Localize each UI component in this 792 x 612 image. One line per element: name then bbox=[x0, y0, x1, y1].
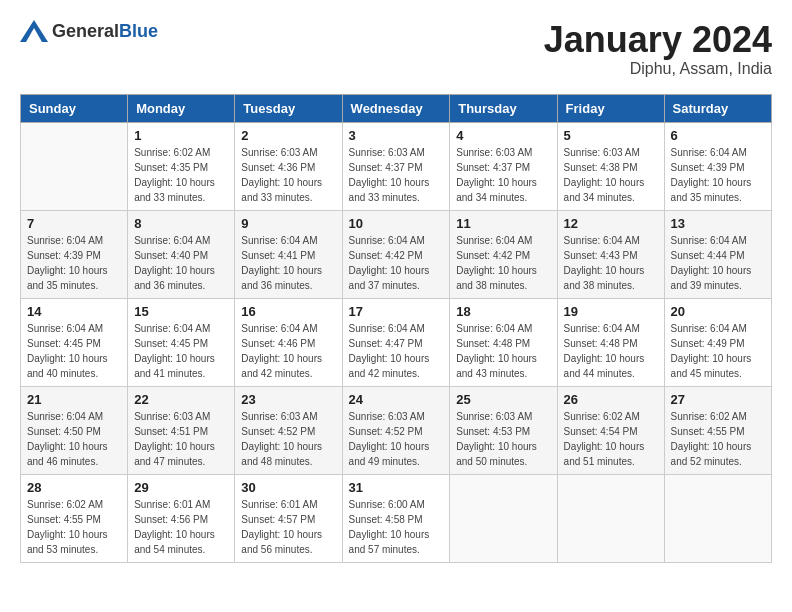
day-details: Sunrise: 6:04 AMSunset: 4:48 PMDaylight:… bbox=[564, 321, 658, 381]
day-number: 10 bbox=[349, 216, 444, 231]
day-number: 20 bbox=[671, 304, 765, 319]
day-details: Sunrise: 6:04 AMSunset: 4:49 PMDaylight:… bbox=[671, 321, 765, 381]
day-number: 12 bbox=[564, 216, 658, 231]
day-details: Sunrise: 6:04 AMSunset: 4:42 PMDaylight:… bbox=[456, 233, 550, 293]
calendar-cell: 16Sunrise: 6:04 AMSunset: 4:46 PMDayligh… bbox=[235, 298, 342, 386]
day-number: 13 bbox=[671, 216, 765, 231]
calendar-week-row: 7Sunrise: 6:04 AMSunset: 4:39 PMDaylight… bbox=[21, 210, 772, 298]
day-number: 24 bbox=[349, 392, 444, 407]
day-details: Sunrise: 6:01 AMSunset: 4:57 PMDaylight:… bbox=[241, 497, 335, 557]
day-number: 18 bbox=[456, 304, 550, 319]
calendar-cell: 1Sunrise: 6:02 AMSunset: 4:35 PMDaylight… bbox=[128, 122, 235, 210]
calendar-cell: 21Sunrise: 6:04 AMSunset: 4:50 PMDayligh… bbox=[21, 386, 128, 474]
weekday-header-wednesday: Wednesday bbox=[342, 94, 450, 122]
calendar-cell: 13Sunrise: 6:04 AMSunset: 4:44 PMDayligh… bbox=[664, 210, 771, 298]
calendar-cell: 26Sunrise: 6:02 AMSunset: 4:54 PMDayligh… bbox=[557, 386, 664, 474]
day-number: 1 bbox=[134, 128, 228, 143]
calendar-cell: 23Sunrise: 6:03 AMSunset: 4:52 PMDayligh… bbox=[235, 386, 342, 474]
day-details: Sunrise: 6:04 AMSunset: 4:41 PMDaylight:… bbox=[241, 233, 335, 293]
logo: GeneralBlue bbox=[20, 20, 158, 42]
day-details: Sunrise: 6:01 AMSunset: 4:56 PMDaylight:… bbox=[134, 497, 228, 557]
day-number: 4 bbox=[456, 128, 550, 143]
day-details: Sunrise: 6:03 AMSunset: 4:52 PMDaylight:… bbox=[241, 409, 335, 469]
day-number: 27 bbox=[671, 392, 765, 407]
day-details: Sunrise: 6:04 AMSunset: 4:40 PMDaylight:… bbox=[134, 233, 228, 293]
day-number: 30 bbox=[241, 480, 335, 495]
day-number: 23 bbox=[241, 392, 335, 407]
day-number: 22 bbox=[134, 392, 228, 407]
day-details: Sunrise: 6:03 AMSunset: 4:37 PMDaylight:… bbox=[456, 145, 550, 205]
calendar-cell: 18Sunrise: 6:04 AMSunset: 4:48 PMDayligh… bbox=[450, 298, 557, 386]
day-number: 26 bbox=[564, 392, 658, 407]
calendar-cell: 5Sunrise: 6:03 AMSunset: 4:38 PMDaylight… bbox=[557, 122, 664, 210]
logo-icon bbox=[20, 20, 48, 42]
weekday-header-thursday: Thursday bbox=[450, 94, 557, 122]
calendar-cell: 28Sunrise: 6:02 AMSunset: 4:55 PMDayligh… bbox=[21, 474, 128, 562]
day-details: Sunrise: 6:03 AMSunset: 4:36 PMDaylight:… bbox=[241, 145, 335, 205]
weekday-header-friday: Friday bbox=[557, 94, 664, 122]
page-header: GeneralBlue January 2024 Diphu, Assam, I… bbox=[20, 20, 772, 78]
calendar-cell: 9Sunrise: 6:04 AMSunset: 4:41 PMDaylight… bbox=[235, 210, 342, 298]
weekday-header-saturday: Saturday bbox=[664, 94, 771, 122]
day-details: Sunrise: 6:03 AMSunset: 4:38 PMDaylight:… bbox=[564, 145, 658, 205]
day-number: 5 bbox=[564, 128, 658, 143]
day-details: Sunrise: 6:04 AMSunset: 4:46 PMDaylight:… bbox=[241, 321, 335, 381]
calendar-cell: 6Sunrise: 6:04 AMSunset: 4:39 PMDaylight… bbox=[664, 122, 771, 210]
weekday-header-row: SundayMondayTuesdayWednesdayThursdayFrid… bbox=[21, 94, 772, 122]
day-details: Sunrise: 6:02 AMSunset: 4:54 PMDaylight:… bbox=[564, 409, 658, 469]
day-number: 8 bbox=[134, 216, 228, 231]
calendar-cell: 19Sunrise: 6:04 AMSunset: 4:48 PMDayligh… bbox=[557, 298, 664, 386]
day-number: 21 bbox=[27, 392, 121, 407]
calendar-cell: 2Sunrise: 6:03 AMSunset: 4:36 PMDaylight… bbox=[235, 122, 342, 210]
day-details: Sunrise: 6:04 AMSunset: 4:44 PMDaylight:… bbox=[671, 233, 765, 293]
day-details: Sunrise: 6:04 AMSunset: 4:42 PMDaylight:… bbox=[349, 233, 444, 293]
title-block: January 2024 Diphu, Assam, India bbox=[544, 20, 772, 78]
day-details: Sunrise: 6:04 AMSunset: 4:43 PMDaylight:… bbox=[564, 233, 658, 293]
logo-text-general: General bbox=[52, 21, 119, 41]
day-number: 29 bbox=[134, 480, 228, 495]
calendar-cell: 15Sunrise: 6:04 AMSunset: 4:45 PMDayligh… bbox=[128, 298, 235, 386]
day-details: Sunrise: 6:02 AMSunset: 4:55 PMDaylight:… bbox=[671, 409, 765, 469]
calendar-cell: 3Sunrise: 6:03 AMSunset: 4:37 PMDaylight… bbox=[342, 122, 450, 210]
weekday-header-tuesday: Tuesday bbox=[235, 94, 342, 122]
calendar-cell: 22Sunrise: 6:03 AMSunset: 4:51 PMDayligh… bbox=[128, 386, 235, 474]
day-details: Sunrise: 6:02 AMSunset: 4:35 PMDaylight:… bbox=[134, 145, 228, 205]
calendar-cell: 10Sunrise: 6:04 AMSunset: 4:42 PMDayligh… bbox=[342, 210, 450, 298]
day-number: 16 bbox=[241, 304, 335, 319]
calendar-cell: 30Sunrise: 6:01 AMSunset: 4:57 PMDayligh… bbox=[235, 474, 342, 562]
day-details: Sunrise: 6:02 AMSunset: 4:55 PMDaylight:… bbox=[27, 497, 121, 557]
day-number: 15 bbox=[134, 304, 228, 319]
calendar-cell bbox=[664, 474, 771, 562]
calendar-cell: 25Sunrise: 6:03 AMSunset: 4:53 PMDayligh… bbox=[450, 386, 557, 474]
day-details: Sunrise: 6:04 AMSunset: 4:47 PMDaylight:… bbox=[349, 321, 444, 381]
day-number: 25 bbox=[456, 392, 550, 407]
day-number: 9 bbox=[241, 216, 335, 231]
weekday-header-sunday: Sunday bbox=[21, 94, 128, 122]
calendar-week-row: 28Sunrise: 6:02 AMSunset: 4:55 PMDayligh… bbox=[21, 474, 772, 562]
day-details: Sunrise: 6:04 AMSunset: 4:45 PMDaylight:… bbox=[134, 321, 228, 381]
day-number: 31 bbox=[349, 480, 444, 495]
day-details: Sunrise: 6:04 AMSunset: 4:50 PMDaylight:… bbox=[27, 409, 121, 469]
calendar-cell bbox=[21, 122, 128, 210]
location-title: Diphu, Assam, India bbox=[544, 60, 772, 78]
calendar-cell: 24Sunrise: 6:03 AMSunset: 4:52 PMDayligh… bbox=[342, 386, 450, 474]
day-number: 28 bbox=[27, 480, 121, 495]
day-number: 6 bbox=[671, 128, 765, 143]
day-number: 7 bbox=[27, 216, 121, 231]
weekday-header-monday: Monday bbox=[128, 94, 235, 122]
calendar-table: SundayMondayTuesdayWednesdayThursdayFrid… bbox=[20, 94, 772, 563]
day-number: 19 bbox=[564, 304, 658, 319]
calendar-cell: 7Sunrise: 6:04 AMSunset: 4:39 PMDaylight… bbox=[21, 210, 128, 298]
calendar-cell bbox=[557, 474, 664, 562]
month-title: January 2024 bbox=[544, 20, 772, 60]
day-details: Sunrise: 6:03 AMSunset: 4:37 PMDaylight:… bbox=[349, 145, 444, 205]
day-details: Sunrise: 6:03 AMSunset: 4:51 PMDaylight:… bbox=[134, 409, 228, 469]
calendar-cell: 8Sunrise: 6:04 AMSunset: 4:40 PMDaylight… bbox=[128, 210, 235, 298]
day-details: Sunrise: 6:04 AMSunset: 4:45 PMDaylight:… bbox=[27, 321, 121, 381]
day-details: Sunrise: 6:03 AMSunset: 4:52 PMDaylight:… bbox=[349, 409, 444, 469]
calendar-cell: 31Sunrise: 6:00 AMSunset: 4:58 PMDayligh… bbox=[342, 474, 450, 562]
calendar-cell: 20Sunrise: 6:04 AMSunset: 4:49 PMDayligh… bbox=[664, 298, 771, 386]
calendar-week-row: 1Sunrise: 6:02 AMSunset: 4:35 PMDaylight… bbox=[21, 122, 772, 210]
calendar-cell: 4Sunrise: 6:03 AMSunset: 4:37 PMDaylight… bbox=[450, 122, 557, 210]
day-details: Sunrise: 6:04 AMSunset: 4:39 PMDaylight:… bbox=[671, 145, 765, 205]
